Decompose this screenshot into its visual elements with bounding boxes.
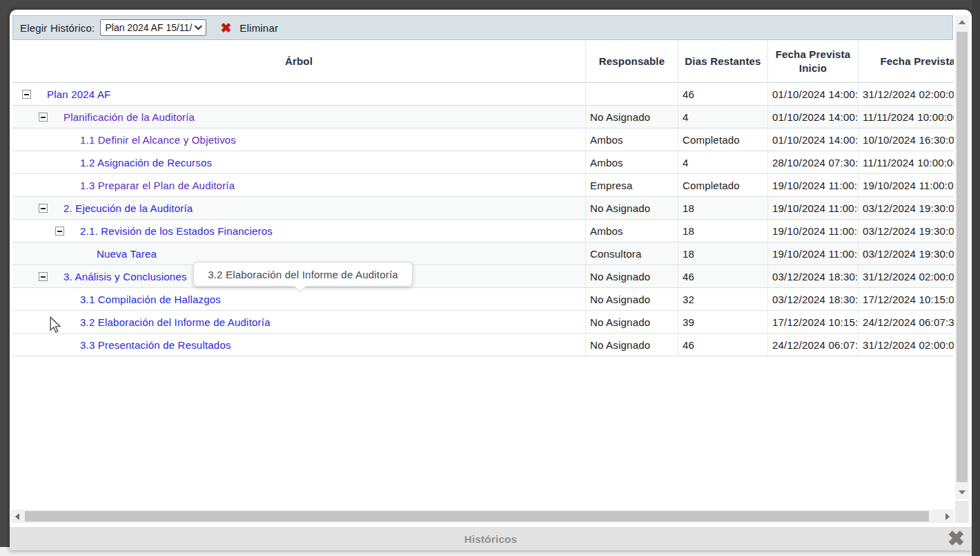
horizontal-scrollbar-thumb[interactable]	[25, 511, 929, 521]
responsable-cell: Consultora	[585, 242, 678, 265]
tooltip-text: 3.2 Elaboración del Informe de Auditoría	[208, 269, 398, 280]
tree-node-link[interactable]: 3. Análisis y Conclusiones	[63, 271, 187, 282]
dias-restantes-cell: 46	[678, 83, 767, 105]
scroll-down-button[interactable]	[955, 486, 969, 499]
historico-select-value: Plan 2024 AF 15/11/	[105, 22, 193, 33]
fecha-inicio-cell: 19/10/2024 11:00:00	[767, 174, 858, 196]
table-row: 1.3 Preparar el Plan de AuditoríaEmpresa…	[12, 174, 954, 197]
eliminar-button[interactable]: Eliminar	[239, 22, 278, 34]
close-icon[interactable]: ✖	[948, 526, 965, 550]
fecha-fin-cell: 10/10/2024 16:30:00	[858, 128, 954, 151]
column-header-dias-restantes: Dias Restantes	[678, 40, 767, 82]
collapse-minus-icon[interactable]	[39, 204, 48, 213]
tree-node-link[interactable]: 3.1 Compilación de Hallazgos	[80, 294, 221, 305]
tree-cell: 3.3 Presentación de Resultados	[12, 334, 585, 356]
fecha-inicio-cell: 03/12/2024 18:30:00	[767, 288, 858, 310]
dialog-title: Históricos	[464, 533, 517, 545]
vertical-scrollbar-thumb[interactable]	[957, 32, 968, 482]
table-row: 1.1 Definir el Alcance y ObjetivosAmbosC…	[12, 128, 954, 151]
responsable-cell: No Asignado	[585, 197, 678, 219]
responsable-cell: Empresa	[585, 174, 678, 196]
tree-node-link[interactable]: 3.2 Elaboración del Informe de Auditoría	[80, 316, 271, 328]
dias-restantes-cell: 4	[678, 151, 767, 173]
table-row: Plan 2024 AF4601/10/2024 14:00:0031/12/2…	[12, 83, 954, 106]
responsable-cell: No Asignado	[585, 106, 678, 128]
column-header-fecha-prevista-fin: Fecha Prevista Fin	[858, 40, 954, 82]
table-body: Plan 2024 AF4601/10/2024 14:00:0031/12/2…	[12, 83, 954, 356]
modal-backdrop: Elegir Histórico: Plan 2024 AF 15/11/ ✖ …	[0, 0, 980, 556]
tree-node-link[interactable]: 1.2 Asignación de Recursos	[80, 157, 212, 169]
collapse-minus-icon[interactable]	[55, 227, 64, 236]
fecha-inicio-cell: 01/10/2024 14:00:00	[767, 128, 858, 151]
tree-cell: 3.2 Elaboración del Informe de Auditoría	[12, 311, 585, 333]
dias-restantes-cell: 39	[678, 311, 767, 333]
fecha-inicio-cell: 24/12/2024 06:07:30	[767, 334, 858, 356]
scroll-right-button[interactable]	[941, 510, 954, 523]
delete-x-icon[interactable]: ✖	[220, 21, 231, 35]
fecha-inicio-cell: 17/12/2024 10:15:00	[767, 311, 858, 333]
table-row: 3.3 Presentación de ResultadosNo Asignad…	[12, 334, 954, 356]
tree-cell: 2.1. Revisión de los Estados Financieros	[12, 220, 585, 242]
table-row: Nueva TareaConsultora1819/10/2024 11:00:…	[12, 242, 954, 265]
tree-cell: 1.3 Preparar el Plan de Auditoría	[12, 174, 585, 196]
collapse-minus-icon[interactable]	[39, 272, 48, 281]
table-header-row: Árbol Responsable Dias Restantes Fecha P…	[12, 40, 954, 83]
tree-cell: 1.1 Definir el Alcance y Objetivos	[12, 128, 585, 151]
fecha-fin-cell: 31/12/2024 02:00:00	[858, 334, 954, 356]
tree-cell: Plan 2024 AF	[12, 83, 585, 105]
tree-cell: Planificación de la Auditoría	[12, 106, 585, 128]
vertical-scrollbar[interactable]	[955, 15, 969, 499]
scroll-left-button[interactable]	[11, 510, 23, 523]
column-header-arbol: Árbol	[12, 40, 585, 82]
historico-select[interactable]: Plan 2024 AF 15/11/	[100, 19, 206, 36]
tree-cell: 1.2 Asignación de Recursos	[12, 151, 585, 173]
fecha-fin-cell: 03/12/2024 19:30:00	[858, 242, 954, 265]
arrow-right-icon	[945, 513, 950, 520]
dias-restantes-cell: 46	[678, 334, 767, 356]
fecha-inicio-cell: 19/10/2024 11:00:00	[767, 220, 858, 242]
dias-restantes-cell: 18	[678, 220, 767, 242]
tree-node-link[interactable]: Nueva Tarea	[97, 248, 157, 260]
table-row: 2. Ejecución de la AuditoríaNo Asignado1…	[12, 197, 954, 220]
dias-restantes-cell: 32	[678, 288, 767, 310]
collapse-minus-icon[interactable]	[22, 90, 31, 99]
collapse-minus-icon[interactable]	[39, 113, 48, 122]
backdrop-right-edge	[972, 0, 980, 556]
fecha-inicio-cell: 01/10/2024 14:00:00	[767, 83, 858, 105]
fecha-fin-cell: 19/10/2024 11:00:00	[858, 174, 954, 196]
chevron-down-icon	[195, 22, 202, 30]
dias-restantes-cell: 18	[678, 197, 767, 219]
dialog-titlebar: Históricos ✖	[10, 527, 972, 550]
elegir-historico-label: Elegir Histórico:	[20, 22, 95, 34]
tree-node-link[interactable]: 2.1. Revisión de los Estados Financieros	[80, 225, 273, 237]
tree-node-link[interactable]: 3.3 Presentación de Resultados	[80, 339, 231, 351]
responsable-cell: Ambos	[585, 220, 678, 242]
tree-table: Árbol Responsable Dias Restantes Fecha P…	[12, 40, 954, 517]
table-row: 3. Análisis y ConclusionesNo Asignado460…	[12, 265, 954, 288]
tree-node-link[interactable]: Plan 2024 AF	[47, 88, 110, 100]
table-row: 3.1 Compilación de HallazgosNo Asignado3…	[12, 288, 954, 311]
fecha-fin-cell: 11/11/2024 10:00:00	[858, 106, 954, 128]
historicos-dialog: Elegir Histórico: Plan 2024 AF 15/11/ ✖ …	[10, 10, 972, 550]
fecha-inicio-cell: 19/10/2024 11:00:00	[767, 197, 858, 219]
fecha-fin-cell: 24/12/2024 06:07:30	[858, 311, 954, 333]
dias-restantes-cell: Completado	[678, 174, 767, 196]
tree-node-link[interactable]: 2. Ejecución de la Auditoría	[63, 202, 193, 214]
arrow-left-icon	[15, 513, 19, 520]
responsable-cell: Ambos	[585, 128, 678, 151]
fecha-fin-cell: 31/12/2024 02:00:00	[858, 265, 954, 287]
horizontal-scrollbar[interactable]	[11, 510, 954, 523]
tree-node-link[interactable]: 1.1 Definir el Alcance y Objetivos	[80, 134, 236, 146]
toolbar: Elegir Histórico: Plan 2024 AF 15/11/ ✖ …	[12, 15, 953, 40]
responsable-cell: No Asignado	[585, 265, 678, 287]
tree-node-link[interactable]: Planificación de la Auditoría	[63, 111, 195, 123]
table-row: Planificación de la AuditoríaNo Asignado…	[12, 106, 954, 128]
responsable-cell: No Asignado	[585, 311, 678, 333]
scroll-up-button[interactable]	[955, 15, 969, 29]
scrollbar-corner	[955, 501, 969, 523]
fecha-inicio-cell: 03/12/2024 18:30:00	[767, 265, 858, 287]
column-header-responsable: Responsable	[585, 40, 678, 82]
tree-cell: 2. Ejecución de la Auditoría	[12, 197, 585, 219]
tree-node-link[interactable]: 1.3 Preparar el Plan de Auditoría	[80, 180, 235, 191]
column-header-fecha-prevista-inicio: Fecha Prevista Inicio	[767, 40, 858, 82]
